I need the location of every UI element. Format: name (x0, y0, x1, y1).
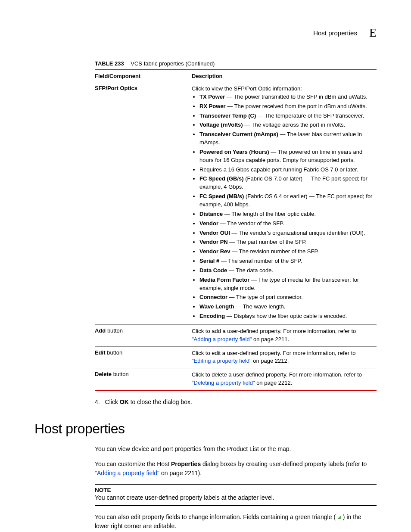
link-editing-property[interactable]: "Editing a property field" (192, 358, 252, 364)
list-item: FC Speed (MB/s) (Fabric OS 6.4 or earlie… (199, 193, 374, 209)
paragraph-view-properties: You can view device and port properties … (95, 445, 377, 454)
link-deleting-property[interactable]: "Deleting a property field" (192, 380, 255, 386)
note-text: You cannot create user-defined property … (95, 493, 377, 502)
green-triangle-icon (337, 515, 341, 519)
list-item: Serial # — The serial number of the SFP. (199, 257, 374, 265)
note-block: NOTE You cannot create user-defined prop… (95, 484, 377, 506)
list-item: Media Form Factor — The type of media fo… (199, 276, 374, 292)
table-row: SFP/Port Optics Click to view the SFP/Po… (95, 82, 377, 325)
paragraph-edit-fields: You can also edit property fields to cha… (95, 513, 377, 531)
list-item: FC Speed (GB/s) (Fabric OS 7.0 or later)… (199, 175, 374, 191)
list-item: Powered on Years (Hours) — The powered o… (199, 148, 374, 165)
list-item: RX Power — The power received from the p… (199, 103, 374, 111)
table-row: Delete button Click to delete a user-def… (95, 368, 377, 390)
paragraph-customize-properties: You can customize the Host Properties di… (95, 460, 377, 478)
list-item: Transceiver Temp (C) — The temperature o… (199, 112, 374, 120)
step-4-instruction: 4. Click OK to close the dialog box. (95, 398, 377, 405)
desc-intro: Click to view the SFP/Port Optic informa… (192, 85, 374, 93)
list-item: Vendor — The vendor of the SFP. (199, 220, 374, 228)
bullet-list: TX Power — The power transmitted to the … (199, 93, 374, 320)
table-caption: TABLE 233 VCS fabric properties (Continu… (95, 60, 377, 67)
step-number: 4. (95, 398, 100, 405)
list-item: Vendor PN — The part number of the SFP. (199, 238, 374, 246)
link-adding-property-field[interactable]: "Adding a property field" (95, 470, 159, 476)
field-delete-button: Delete button (95, 368, 192, 390)
ok-keyword: OK (120, 398, 129, 405)
field-sfp-port-optics: SFP/Port Optics (95, 82, 192, 325)
table-header-field: Field/Component (95, 70, 192, 82)
list-item: Requires a 16 Gbps capable port running … (199, 166, 374, 174)
note-label: NOTE (95, 487, 377, 493)
list-item: TX Power — The power transmitted to the … (199, 93, 374, 101)
list-item: Wave Length — The wave length. (199, 303, 374, 311)
section-heading-host-properties: Host properties (34, 421, 377, 437)
table-row: Edit button Click to edit a user-defined… (95, 346, 377, 368)
list-item: Transceiver Current (mAmps) — The laser … (199, 131, 374, 147)
page-header: Host properties E (34, 26, 377, 40)
properties-keyword: Properties (171, 460, 201, 467)
list-item: Vendor Rev — The revision number of the … (199, 248, 374, 256)
field-add-button: Add button (95, 324, 192, 346)
list-item: Encoding — Displays how the fiber optic … (199, 312, 374, 320)
list-item: Data Code — The data code. (199, 267, 374, 275)
list-item: Voltage (mVolts) — The voltage across th… (199, 121, 374, 129)
field-edit-button: Edit button (95, 346, 192, 368)
desc-add-button: Click to add a user-defined property. Fo… (192, 324, 377, 346)
table-header-description: Description (192, 70, 377, 82)
table-row: Add button Click to add a user-defined p… (95, 324, 377, 346)
list-item: Vendor OUI — The vendor's organizational… (199, 229, 374, 237)
properties-table: Field/Component Description SFP/Port Opt… (95, 69, 377, 391)
desc-sfp-port-optics: Click to view the SFP/Port Optic informa… (192, 82, 377, 325)
table-title: VCS fabric properties (Continued) (131, 60, 215, 67)
list-item: Connector — The type of port connector. (199, 293, 374, 302)
header-appendix-letter: E (369, 26, 377, 40)
header-title: Host properties (313, 29, 357, 37)
list-item: Distance — The length of the fiber optic… (199, 210, 374, 218)
table-number: TABLE 233 (95, 60, 124, 67)
desc-delete-button: Click to delete a user-defined property.… (192, 368, 377, 390)
desc-edit-button: Click to edit a user-defined property. F… (192, 346, 377, 368)
link-adding-property[interactable]: "Adding a property field" (192, 336, 252, 342)
